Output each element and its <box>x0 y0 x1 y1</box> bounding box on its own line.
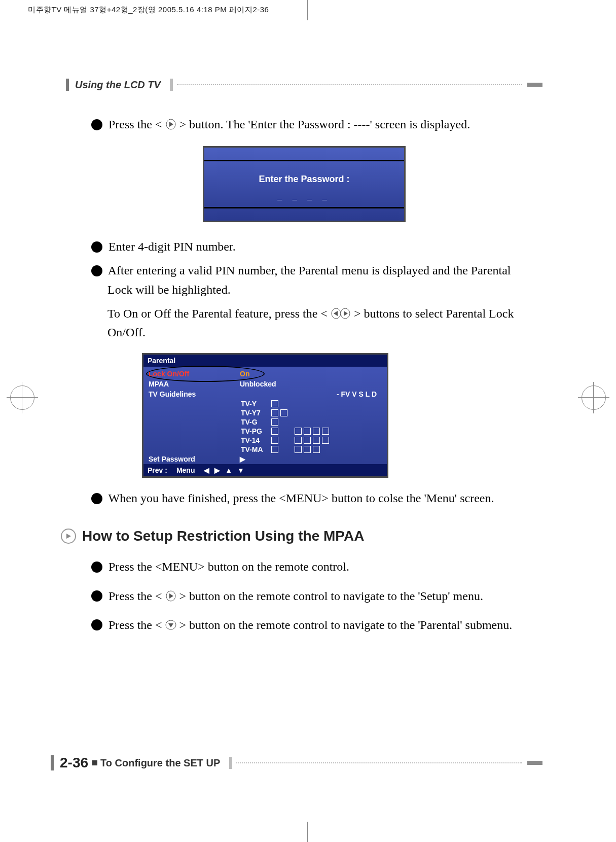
page-footer: 2-36 To Configure the SET UP <box>51 755 542 771</box>
registration-mark <box>10 385 34 410</box>
step-text: When you have finished, press the <MENU>… <box>108 492 494 505</box>
menu-body: Lock On/Off On MPAA Unblocked TV Guideli… <box>143 367 387 464</box>
tv-rating-label: TV-14 <box>241 436 271 444</box>
decor-bar <box>51 755 54 770</box>
mpaa-step-1: 1 Press the <MENU> button on the remote … <box>91 557 527 576</box>
sub-bullet-icon <box>61 529 76 544</box>
decor-bar <box>527 83 542 87</box>
sub-heading-title: How to Setup Restriction Using the MPAA <box>82 528 364 544</box>
tv-rating-label: TV-Y7 <box>241 409 271 417</box>
crop-mark <box>307 822 308 842</box>
registration-mark <box>582 385 606 410</box>
tv-rating-row: TV-G <box>143 417 387 427</box>
mpaa-step-2: 2 Press the < > button on the remote con… <box>91 587 527 606</box>
step-bullet-7: 7 <box>91 493 102 504</box>
page-number: 2-36 <box>60 755 88 771</box>
decor-bar <box>170 79 173 91</box>
decor-bar <box>66 79 69 91</box>
step-text: > button on the remote control to naviga… <box>179 589 483 603</box>
vol-right-icon <box>165 119 176 130</box>
decor-bar <box>527 761 542 765</box>
password-label: Enter the Password : <box>204 174 404 185</box>
crop-mark <box>307 0 308 20</box>
row-value: Unblocked <box>240 380 382 388</box>
footer-prev: Prev : <box>148 466 167 474</box>
menu-title: Parental <box>143 355 387 367</box>
decor-square-icon <box>92 760 97 765</box>
step-6: 6 After entering a valid PIN number, the… <box>91 261 527 299</box>
footer-text: To Configure the SET UP <box>100 757 220 769</box>
vol-left-right-icon <box>331 308 351 319</box>
vol-right-icon <box>165 590 176 602</box>
menu-row-tvg: TV Guidelines - FV V S L D <box>143 389 387 399</box>
step-text: After entering a valid PIN number, the P… <box>107 264 511 296</box>
mpaa-step-3: 3 Press the < > button on the remote con… <box>91 616 527 635</box>
password-screen: Enter the Password : _ _ _ _ <box>203 146 406 222</box>
tv-rating-row: TV-Y <box>143 399 387 408</box>
row-label: MPAA <box>149 380 240 388</box>
decor-bar <box>229 757 232 769</box>
tv-rating-label: TV-G <box>241 418 271 426</box>
step-bullet-6: 6 <box>91 265 102 276</box>
step-6b: To On or Off the Parental feature, press… <box>91 304 527 342</box>
section-header: Using the LCD TV <box>66 79 542 91</box>
content-area: Using the LCD TV 4 Press the < > button.… <box>66 79 542 640</box>
step-bullet-1: 1 <box>91 562 102 573</box>
decor-dots <box>177 84 522 85</box>
tv-rating-label: TV-MA <box>241 445 271 453</box>
tv-rating-row: TV-Y7 <box>143 408 387 417</box>
step-4: 4 Press the < > button. The 'Enter the P… <box>91 115 527 134</box>
ch-down-icon <box>165 619 176 630</box>
footer-menu: Menu <box>176 466 195 474</box>
step-text: Enter 4-digit PIN number. <box>108 240 236 253</box>
menu-row-lock: Lock On/Off On <box>143 369 387 379</box>
row-value: - FV V S L D <box>240 390 382 398</box>
menu-footer: Prev : Menu ◀ ▶ ▲ ▼ <box>143 464 387 476</box>
tv-rating-row: TV-PG <box>143 427 387 436</box>
step-7: 7 When you have finished, press the <MEN… <box>91 489 527 508</box>
menu-row-setpw: Set Password ▶ <box>143 454 387 464</box>
row-label: TV Guidelines <box>149 390 240 398</box>
nav-arrows-icon: ◀ ▶ ▲ ▼ <box>204 466 245 474</box>
tv-rating-row: TV-14 <box>143 436 387 445</box>
step-5: 5 Enter 4-digit PIN number. <box>91 237 527 256</box>
row-label: Lock On/Off <box>149 370 240 378</box>
step-text: To On or Off the Parental feature, press… <box>107 307 328 320</box>
step-text: Press the < <box>108 118 162 131</box>
step-text: Press the < <box>108 589 165 603</box>
step-text: > button. The 'Enter the Password : ----… <box>179 118 470 131</box>
step-text: > button on the remote control to naviga… <box>179 618 513 632</box>
step-bullet-5: 5 <box>91 241 102 253</box>
step-bullet-4: 4 <box>91 119 102 130</box>
row-label: Set Password <box>149 455 240 463</box>
step-bullet-2: 2 <box>91 590 102 602</box>
step-text: Press the < <box>108 618 165 632</box>
print-metadata: 미주향TV 메뉴얼 37형+42형_2장(영 2005.5.16 4:18 PM… <box>28 5 269 15</box>
tv-rating-label: TV-PG <box>241 427 271 435</box>
svg-marker-6 <box>66 534 71 539</box>
row-value: ▶ <box>240 455 382 463</box>
step-text: Press the <MENU> button on the remote co… <box>108 560 349 573</box>
parental-menu-wrap: Parental Lock On/Off On MPAA Unblocked T… <box>142 353 542 478</box>
row-value: On <box>240 370 382 378</box>
page: 미주향TV 메뉴얼 37형+42형_2장(영 2005.5.16 4:18 PM… <box>0 0 616 842</box>
section-title: Using the LCD TV <box>75 79 161 91</box>
menu-row-mpaa: MPAA Unblocked <box>143 379 387 389</box>
sub-heading: How to Setup Restriction Using the MPAA <box>61 528 542 544</box>
parental-menu-screen: Parental Lock On/Off On MPAA Unblocked T… <box>142 353 388 478</box>
decor-dots <box>236 762 522 763</box>
password-blanks: _ _ _ _ <box>204 191 404 202</box>
tv-rating-row: TV-MA <box>143 445 387 454</box>
tv-rating-label: TV-Y <box>241 400 271 408</box>
step-bullet-3: 3 <box>91 619 102 630</box>
